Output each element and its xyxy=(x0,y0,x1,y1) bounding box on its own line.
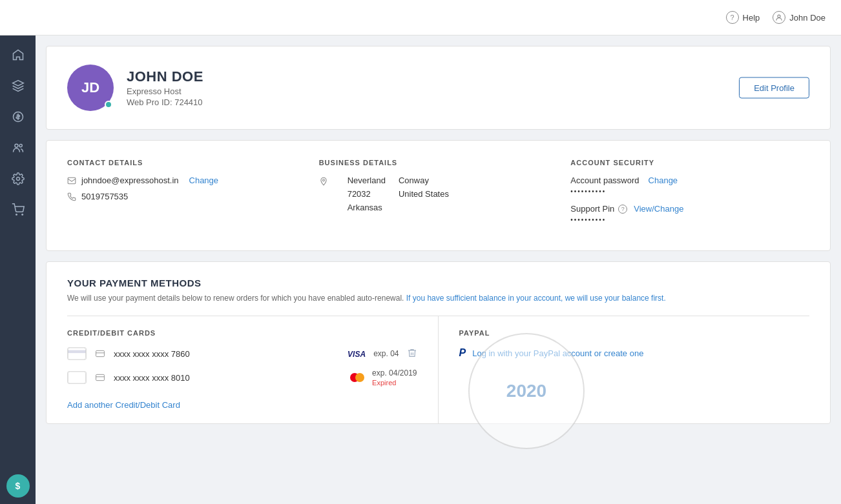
sidebar-dollar-badge[interactable]: $ xyxy=(6,474,30,498)
profile-role: Expresso Host xyxy=(127,86,203,96)
profile-id: Web Pro ID: 724410 xyxy=(127,97,203,107)
svg-rect-10 xyxy=(68,350,86,354)
online-indicator xyxy=(105,101,112,108)
svg-rect-13 xyxy=(68,372,86,383)
email-value: johndoe@expressohost.in xyxy=(81,176,179,185)
svg-point-3 xyxy=(19,145,22,147)
pin-dots: •••••••••• xyxy=(570,216,809,223)
security-section: ACCOUNT SECURITY Account password Change… xyxy=(570,159,809,232)
card1-exp: exp. 04 xyxy=(373,349,399,358)
phone-icon xyxy=(67,192,76,201)
card1-number: xxxx xxxx xxxx 7860 xyxy=(114,349,340,359)
pin-help-icon[interactable]: ? xyxy=(618,205,627,214)
business-country: United States xyxy=(399,189,449,199)
pin-label: Support Pin xyxy=(570,204,614,214)
pin-label-row: Support Pin ? View/Change xyxy=(570,204,809,214)
svg-rect-7 xyxy=(68,177,76,183)
avatar-initials: JD xyxy=(81,79,99,96)
card1-type: VISA xyxy=(348,349,366,359)
user-icon xyxy=(773,11,785,24)
sidebar: $ xyxy=(0,35,36,504)
change-email-link[interactable]: Change xyxy=(189,176,219,185)
paypal-col-title: PAYPAL xyxy=(459,329,810,337)
top-navigation: ? Help John Doe xyxy=(0,0,841,35)
payment-section: YOUR PAYMENT METHODS We will use your pa… xyxy=(46,261,831,424)
pin-row: Support Pin ? View/Change •••••••••• xyxy=(570,204,809,223)
payment-grid: CREDIT/DEBIT CARDS xxxx xxxx xxxx 7860 V… xyxy=(67,316,809,423)
payment-title: YOUR PAYMENT METHODS xyxy=(67,277,809,288)
profile-info: JOHN DOE Expresso Host Web Pro ID: 72441… xyxy=(127,68,203,107)
edit-profile-button[interactable]: Edit Profile xyxy=(739,77,809,99)
card2-exp-block: exp. 04/2019 Expired xyxy=(372,368,417,387)
paypal-column: PAYPAL P Log in with your PayPal account… xyxy=(439,316,810,423)
sidebar-item-settings[interactable] xyxy=(5,166,31,192)
business-city1: Neverland xyxy=(348,176,386,185)
cards-col-title: CREDIT/DEBIT CARDS xyxy=(67,329,417,337)
svg-point-8 xyxy=(322,179,324,181)
help-nav-item[interactable]: ? Help xyxy=(726,11,760,24)
svg-point-5 xyxy=(16,214,17,216)
svg-rect-11 xyxy=(96,350,105,356)
profile-name: JOHN DOE xyxy=(127,68,203,85)
content-area: JD JOHN DOE Expresso Host Web Pro ID: 72… xyxy=(36,35,841,504)
password-row: Account password Change •••••••••• xyxy=(570,176,809,195)
details-card: CONTACT DETAILS johndoe@expressohost.in … xyxy=(46,140,831,251)
add-card-link[interactable]: Add another Credit/Debit Card xyxy=(67,400,180,410)
help-label: Help xyxy=(743,13,760,23)
business-section: BUSINESS DETAILS Neverland Conway 72032 … xyxy=(319,159,558,232)
credit-card-icon-1 xyxy=(94,349,106,358)
card2-type xyxy=(350,373,364,382)
svg-point-2 xyxy=(15,144,18,147)
contact-section: CONTACT DETAILS johndoe@expressohost.in … xyxy=(67,159,306,232)
payment-subtitle: We will use your payment details below t… xyxy=(67,294,809,303)
phone-value: 5019757535 xyxy=(81,192,128,201)
payment-subtitle-highlight: If you have sufficient balance in your a… xyxy=(406,294,666,303)
contact-section-title: CONTACT DETAILS xyxy=(67,159,306,166)
svg-rect-9 xyxy=(68,348,86,359)
paypal-icon: P xyxy=(459,347,466,359)
profile-card: JD JOHN DOE Expresso Host Web Pro ID: 72… xyxy=(46,46,831,130)
phone-row: 5019757535 xyxy=(67,192,306,201)
business-zip: 72032 xyxy=(348,189,386,199)
location-icon xyxy=(319,177,328,186)
card-icon-2 xyxy=(67,371,87,384)
card-row-1: xxxx xxxx xxxx 7860 VISA exp. 04 xyxy=(67,347,417,360)
business-section-title: BUSINESS DETAILS xyxy=(319,159,558,166)
paypal-row: P Log in with your PayPal account or cre… xyxy=(459,347,810,359)
help-icon: ? xyxy=(726,11,739,24)
user-label: John Doe xyxy=(789,13,825,23)
main-layout: $ JD JOHN DOE Expresso Host Web Pro ID: … xyxy=(0,35,841,504)
card2-number: xxxx xxxx xxxx 8010 xyxy=(114,373,342,383)
view-change-pin-link[interactable]: View/Change xyxy=(634,204,683,214)
email-icon xyxy=(67,176,76,185)
credit-card-icon-2 xyxy=(94,373,106,382)
business-city2: Conway xyxy=(399,176,449,185)
svg-rect-14 xyxy=(96,374,105,380)
sidebar-bottom: $ xyxy=(6,474,30,498)
user-nav-item[interactable]: John Doe xyxy=(773,11,825,24)
business-address: Neverland Conway 72032 United States Ark… xyxy=(348,176,449,215)
password-dots: •••••••••• xyxy=(570,188,809,195)
sidebar-item-users[interactable] xyxy=(5,135,31,161)
password-label-row: Account password Change xyxy=(570,176,809,185)
paypal-login-link[interactable]: Log in with your PayPal account or creat… xyxy=(472,348,643,358)
card-row-2: xxxx xxxx xxxx 8010 exp. 04/2019 Expired xyxy=(67,368,417,387)
card2-exp: exp. 04/2019 xyxy=(372,368,417,378)
sidebar-item-billing[interactable] xyxy=(5,104,31,130)
mastercard-icon xyxy=(350,373,364,382)
password-label: Account password xyxy=(570,176,639,185)
sidebar-item-layers[interactable] xyxy=(5,73,31,99)
change-password-link[interactable]: Change xyxy=(649,176,678,185)
business-state: Arkansas xyxy=(348,203,386,212)
card2-expired: Expired xyxy=(372,379,396,387)
avatar: JD xyxy=(67,65,114,111)
cards-column: CREDIT/DEBIT CARDS xxxx xxxx xxxx 7860 V… xyxy=(67,316,439,423)
svg-point-6 xyxy=(21,214,23,216)
card-icon-1 xyxy=(67,347,87,360)
sidebar-item-cart[interactable] xyxy=(5,197,31,223)
sidebar-item-home[interactable] xyxy=(5,42,31,68)
security-section-title: ACCOUNT SECURITY xyxy=(570,159,809,166)
delete-card1-button[interactable] xyxy=(407,348,417,360)
svg-point-0 xyxy=(778,15,780,17)
payment-subtitle-text: We will use your payment details below t… xyxy=(67,294,404,303)
